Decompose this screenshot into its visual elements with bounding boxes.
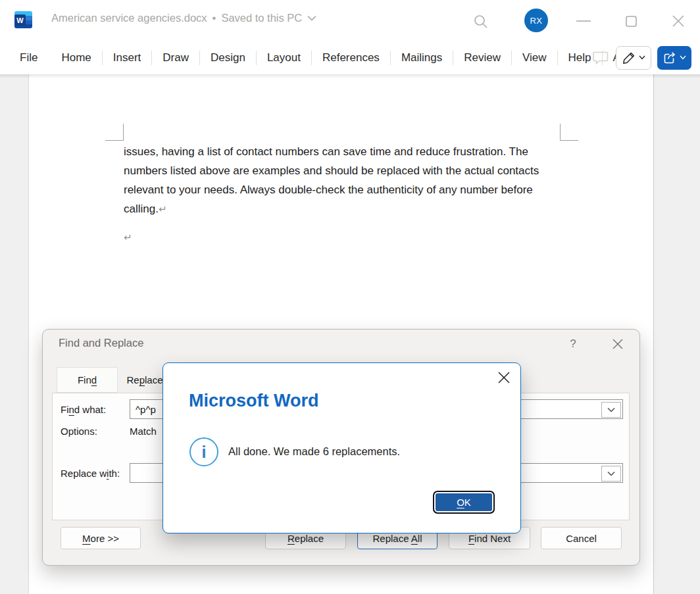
help-button[interactable]: ? (565, 336, 581, 352)
chevron-down-icon (639, 55, 645, 60)
page-margin-right (653, 74, 700, 594)
title-dot-separator: • (213, 12, 216, 24)
ribbon-tab-insert[interactable]: Insert (103, 47, 152, 68)
text-line[interactable]: relevant to your needs. Always double-ch… (124, 180, 539, 199)
ribbon-tab-view[interactable]: View (512, 47, 557, 68)
cancel-button[interactable]: Cancel (541, 527, 622, 549)
comment-bubble-icon (593, 51, 609, 65)
title-bar: W American service agencies.docx • Saved… (0, 0, 700, 41)
tab-find[interactable]: Find (57, 367, 118, 393)
options-label: Options: (61, 426, 97, 437)
close-dialog-button[interactable] (610, 336, 626, 352)
search-icon[interactable] (472, 13, 488, 29)
minimize-button[interactable] (576, 13, 591, 29)
ribbon-tab-file[interactable]: File (20, 47, 51, 68)
text-line[interactable]: calling.↵ (124, 199, 539, 218)
saved-status: Saved to this PC (221, 12, 302, 24)
crop-mark-top-left (105, 124, 124, 141)
word-app-icon[interactable]: W (14, 11, 32, 28)
avatar-initials: RX (530, 16, 542, 26)
editing-mode-button[interactable] (616, 46, 651, 70)
close-messagebox-button[interactable] (495, 369, 512, 386)
ribbon-tab-strip: File Home Insert Draw Design Layout Refe… (0, 41, 700, 74)
replace-with-dropdown-button[interactable] (601, 466, 621, 482)
account-avatar[interactable]: RX (524, 9, 548, 32)
chevron-down-icon (307, 15, 316, 21)
chevron-down-icon (680, 55, 686, 60)
ok-button[interactable]: OK (433, 491, 495, 514)
paragraph-mark: ↵ (159, 203, 167, 214)
empty-paragraph[interactable]: ↵ (124, 228, 539, 247)
find-what-label: Find what: (61, 404, 106, 415)
pencil-icon (622, 51, 636, 64)
find-what-dropdown-button[interactable] (601, 402, 621, 418)
document-title: American service agencies.docx (51, 12, 207, 24)
ribbon-tab-design[interactable]: Design (200, 47, 256, 68)
crop-mark-top-right (560, 124, 578, 141)
close-window-button[interactable] (670, 13, 686, 29)
comments-button[interactable] (591, 49, 610, 66)
messagebox-message: All done. We made 6 replacements. (228, 445, 400, 458)
replace-with-label: Replace with: (61, 468, 120, 479)
paragraph-mark: ↵ (124, 232, 132, 243)
ribbon-tab-draw[interactable]: Draw (152, 47, 199, 68)
share-icon (663, 51, 677, 64)
ribbon-tab-home[interactable]: Home (51, 47, 101, 68)
messagebox-title: Microsoft Word (189, 391, 319, 411)
ribbon-tab-layout[interactable]: Layout (257, 47, 311, 68)
share-button[interactable] (657, 46, 691, 70)
ribbon-shadow (0, 74, 700, 78)
ribbon-tab-review[interactable]: Review (453, 47, 511, 68)
word-message-box: Microsoft Word i All done. We made 6 rep… (162, 362, 521, 533)
document-title-menu[interactable]: American service agencies.docx • Saved t… (51, 12, 316, 24)
page-margin-left (0, 74, 29, 594)
more-options-button[interactable]: More >> (61, 527, 141, 549)
maximize-button[interactable] (623, 13, 639, 29)
ribbon-tab-mailings[interactable]: Mailings (391, 47, 453, 68)
word-logo-letter: W (14, 14, 26, 26)
info-icon: i (189, 437, 218, 466)
text-line[interactable]: numbers listed above are examples and sh… (124, 161, 539, 180)
options-value: Match (130, 426, 157, 437)
text-line[interactable]: issues, having a list of contact numbers… (124, 142, 539, 161)
dialog-title: Find and Replace (59, 337, 143, 349)
ribbon-tab-references[interactable]: References (312, 47, 390, 68)
document-text[interactable]: issues, having a list of contact numbers… (124, 142, 539, 247)
